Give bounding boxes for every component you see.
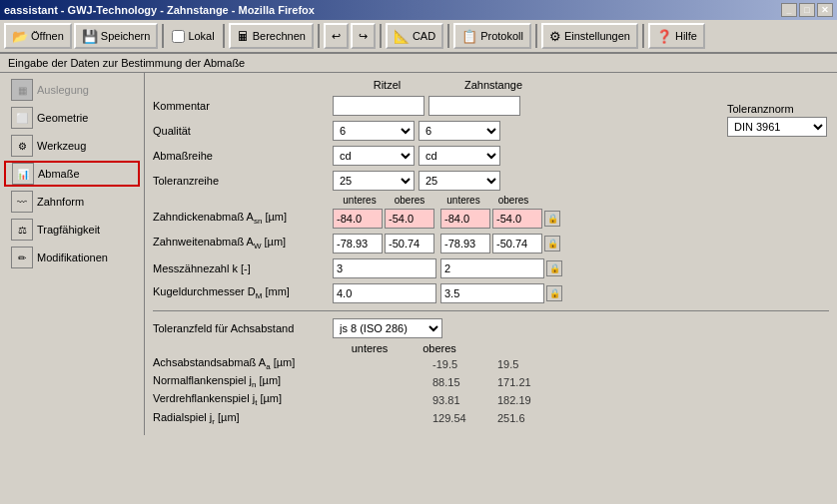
save-button[interactable]: 💾 Speichern: [74, 23, 159, 49]
toleranznorm-select[interactable]: DIN 3961: [727, 117, 827, 137]
sidebar-item-tragfahigkeit[interactable]: ⚖ Tragfähigkeit: [4, 217, 140, 243]
calculate-icon: 🖩: [237, 29, 250, 44]
cad-icon: 📐: [394, 29, 410, 44]
zahnstange-oberes-header: oberes: [488, 195, 538, 206]
toleranzfeld-label: Toleranzfeld für Achsabstand: [153, 322, 333, 334]
verdrehflanken-oberes-val: 182.19: [497, 394, 562, 406]
separator-1: [162, 24, 164, 48]
protocol-button[interactable]: 📋 Protokoll: [453, 23, 531, 49]
info-bar: Eingabe der Daten zur Bestimmung der Abm…: [0, 54, 837, 73]
redo-button[interactable]: ↪: [351, 23, 376, 49]
bottom-sub-headers: unteres oberes: [153, 342, 829, 354]
local-checkbox-label[interactable]: Lokal: [172, 30, 214, 43]
local-checkbox[interactable]: [172, 30, 185, 43]
settings-icon: ⚙: [549, 29, 561, 44]
kugel-r-input[interactable]: 4.0: [333, 283, 436, 303]
separator-2: [223, 24, 225, 48]
radialspiel-oberes-val: 251.6: [497, 412, 562, 424]
zahnweite-r-u-input[interactable]: -78.93: [333, 234, 383, 253]
separator-7: [642, 24, 644, 48]
toleranzfeld-row: Toleranzfeld für Achsabstand js 8 (ISO 2…: [153, 317, 829, 339]
protocol-icon: 📋: [461, 29, 477, 44]
kommentar-zahnstange-input[interactable]: [428, 96, 520, 116]
toolbar: 📂 Öffnen 💾 Speichern Lokal 🖩 Berechnen ↩…: [0, 20, 837, 54]
zahnweite-lock-icon[interactable]: 🔒: [544, 236, 560, 252]
normalflanken-oberes-val: 171.21: [497, 376, 562, 388]
zahnweite-label: Zahnweitenabmaß AW [µm]: [153, 236, 333, 251]
save-icon: 💾: [82, 29, 98, 44]
sidebar-item-zahnform[interactable]: 〰 Zahnform: [4, 189, 140, 215]
calculate-button[interactable]: 🖩 Berechnen: [229, 23, 314, 49]
qualitat-zahnstange-select[interactable]: 6: [418, 121, 500, 141]
sidebar: ▦ Auslegung ⬜ Geometrie ⚙ Werkzeug 📊 Abm…: [0, 73, 145, 435]
zahnweite-r-o-input[interactable]: -50.74: [385, 234, 434, 253]
toleranzreihe-label: Toleranzreihe: [153, 175, 333, 187]
sidebar-item-geometrie[interactable]: ⬜ Geometrie: [4, 105, 140, 131]
column-headers: Ritzel Zahnstange: [153, 79, 829, 91]
zahnstange-unteres-header: unteres: [438, 195, 488, 206]
auslegung-icon: ▦: [11, 79, 33, 101]
verdrehflanken-unteres-val: 93.81: [432, 394, 497, 406]
zahndicke-z-u-input[interactable]: -84.0: [440, 209, 490, 229]
toleranzreihe-ritzel-select[interactable]: 25: [333, 171, 415, 191]
toleranzreihe-row: Toleranzreihe 25 25: [153, 170, 829, 192]
sidebar-item-modifikationen[interactable]: ✏ Modifikationen: [4, 245, 140, 270]
bottom-oberes-header: oberes: [405, 342, 474, 354]
messzahn-row: Messzähnezahl k [-] 3 2 🔒: [153, 257, 829, 279]
abmassreihe-zahnstange-select[interactable]: cd: [418, 146, 500, 166]
kommentar-ritzel-input[interactable]: [333, 96, 424, 116]
kugel-z-input[interactable]: 3.5: [440, 283, 544, 303]
cad-button[interactable]: 📐 CAD: [386, 23, 443, 49]
sidebar-item-werkzeug[interactable]: ⚙ Werkzeug: [4, 133, 140, 159]
messzahn-label: Messzähnezahl k [-]: [153, 262, 333, 274]
open-icon: 📂: [12, 29, 28, 44]
abmassreihe-ritzel-select[interactable]: cd: [333, 146, 415, 166]
title-bar: eassistant - GWJ-Technology - Zahnstange…: [0, 0, 837, 20]
open-button[interactable]: 📂 Öffnen: [4, 23, 72, 49]
separator-4: [380, 24, 382, 48]
toleranzreihe-zahnstange-select[interactable]: 25: [418, 171, 500, 191]
zahndicke-r-o-input[interactable]: -54.0: [385, 209, 434, 229]
normalflanken-label: Normalflankenspiel jn [µm]: [153, 374, 432, 389]
radialspiel-label: Radialspiel jr [µm]: [153, 411, 432, 426]
ritzel-oberes-header: oberes: [385, 195, 434, 206]
settings-button[interactable]: ⚙ Einstellungen: [541, 23, 638, 49]
tragfahigkeit-icon: ⚖: [11, 219, 33, 241]
kugel-lock-icon[interactable]: 🔒: [546, 285, 562, 301]
kugel-label: Kugeldurchmesser DM [mm]: [153, 285, 333, 300]
help-icon: ❓: [656, 29, 672, 44]
sidebar-item-auslegung[interactable]: ▦ Auslegung: [4, 77, 140, 103]
maximize-button[interactable]: □: [799, 3, 815, 17]
minimize-button[interactable]: _: [781, 3, 797, 17]
close-button[interactable]: ✕: [817, 3, 833, 17]
achsabstand-oberes-val: 19.5: [497, 358, 562, 370]
zahnweite-z-u-input[interactable]: -78.93: [440, 234, 490, 253]
messzahn-lock-icon[interactable]: 🔒: [546, 260, 562, 276]
help-button[interactable]: ❓ Hilfe: [648, 23, 705, 49]
qualitat-ritzel-select[interactable]: 6: [333, 121, 415, 141]
messzahn-z-input[interactable]: 2: [440, 258, 544, 278]
zahndicke-z-o-input[interactable]: -54.0: [492, 209, 542, 229]
achsabstand-unteres-val: -19.5: [432, 358, 497, 370]
toleranzfeld-select[interactable]: js 8 (ISO 286): [333, 318, 442, 338]
abmassreihe-row: Abmaßreihe cd cd: [153, 145, 829, 167]
window-controls: _ □ ✕: [781, 3, 833, 17]
zahnweite-z-o-input[interactable]: -50.74: [492, 234, 542, 253]
zahnform-icon: 〰: [11, 191, 33, 213]
right-panel: Toleranznorm DIN 3961 Ritzel Zahnstange …: [145, 73, 837, 435]
werkzeug-icon: ⚙: [11, 135, 33, 157]
verdrehflanken-label: Verdrehflankenspiel jt [µm]: [153, 392, 432, 407]
divider-1: [153, 310, 829, 311]
messzahn-r-input[interactable]: 3: [333, 258, 436, 278]
toleranznorm-label: Toleranznorm: [727, 103, 794, 115]
undo-button[interactable]: ↩: [324, 23, 349, 49]
sidebar-item-abmasse[interactable]: 📊 Abmaße: [4, 161, 140, 187]
abmasse-icon: 📊: [12, 163, 34, 185]
achsabstand-row: Achsabstandsabmaß Aa [µm] -19.5 19.5: [153, 356, 829, 371]
separator-3: [318, 24, 320, 48]
qualitat-label: Qualität: [153, 125, 333, 137]
zahndicke-r-u-input[interactable]: -84.0: [333, 209, 383, 229]
modifikationen-icon: ✏: [11, 247, 33, 268]
info-text: Eingabe der Daten zur Bestimmung der Abm…: [8, 57, 245, 69]
zahndicke-lock-icon[interactable]: 🔒: [544, 211, 560, 227]
